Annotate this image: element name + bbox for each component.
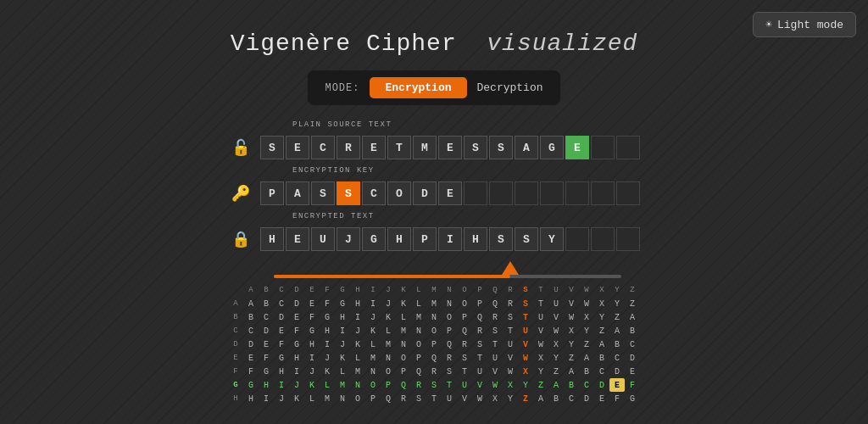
char-cell: U (311, 227, 335, 251)
table-data-cell: Z (564, 351, 579, 365)
table-data-cell: M (381, 338, 396, 351)
table-data-cell: I (259, 392, 274, 405)
char-cell: P (413, 227, 437, 251)
table-data-cell: Y (609, 297, 625, 310)
char-cell: E (438, 136, 462, 159)
encryption-mode-button[interactable]: Encryption (370, 77, 466, 98)
row-label-cell: E (228, 351, 243, 365)
table-data-cell: M (426, 297, 442, 310)
table-data-cell: T (472, 351, 487, 365)
table-data-cell: I (274, 378, 289, 392)
table-data-cell: J (289, 378, 304, 392)
table-data-cell: G (243, 378, 259, 392)
char-cell (591, 227, 615, 251)
table-data-cell: N (442, 297, 457, 310)
table-data-cell: N (426, 310, 442, 324)
table-data-cell: Q (381, 392, 396, 405)
table-data-cell: U (548, 297, 564, 310)
table-data-cell: M (335, 378, 350, 392)
table-header-cell: Q (487, 283, 503, 297)
table-data-cell: P (365, 392, 381, 405)
char-cell: S (489, 227, 513, 251)
table-data-cell: V (487, 365, 503, 378)
table-data-cell: P (411, 351, 426, 365)
plain-source-label: PLAIN SOURCE TEXT (292, 120, 615, 129)
table-data-cell: H (335, 310, 350, 324)
table-data-cell: E (304, 297, 320, 310)
table-data-cell: T (457, 365, 472, 378)
table-data-cell: S (518, 297, 533, 310)
table-data-cell: T (442, 378, 457, 392)
char-cell: G (362, 227, 386, 251)
table-data-cell: D (594, 378, 609, 392)
table-data-cell: F (259, 351, 274, 365)
table-data-cell: Y (503, 392, 518, 405)
table-data-cell: Q (457, 324, 472, 338)
light-mode-button[interactable]: ☀️ Light mode (753, 12, 856, 37)
table-data-cell: O (426, 324, 442, 338)
table-row: DDEFGHIJKLMNOPQRSTUVWXYZABC (228, 338, 640, 351)
table-data-cell: W (533, 338, 548, 351)
char-cell (616, 136, 640, 159)
table-data-cell: W (503, 365, 518, 378)
table-data-cell: M (365, 351, 381, 365)
table-data-cell: X (564, 324, 579, 338)
table-data-cell: C (625, 338, 640, 351)
char-cell: P (260, 181, 284, 205)
table-data-cell: P (457, 310, 472, 324)
table-data-cell: L (335, 365, 350, 378)
table-data-cell: H (243, 392, 259, 405)
table-data-cell: R (442, 351, 457, 365)
table-data-cell: D (243, 338, 259, 351)
table-data-cell: X (548, 338, 564, 351)
table-data-cell: I (320, 338, 335, 351)
table-header-cell: U (548, 283, 564, 297)
table-data-cell: W (518, 351, 533, 365)
table-data-cell: T (533, 297, 548, 310)
char-cell: A (515, 136, 538, 159)
decryption-mode-button[interactable]: Decryption (477, 81, 543, 94)
table-data-cell: J (304, 365, 320, 378)
table-header-cell: K (396, 283, 411, 297)
table-header-cell: G (335, 283, 350, 297)
table-row: HHIJKLMNOPQRSTUVWXYZABCDEFG (228, 392, 640, 405)
table-header-cell: B (259, 283, 274, 297)
table-data-cell: S (457, 351, 472, 365)
table-data-cell: B (548, 392, 564, 405)
table-header-cell: O (457, 283, 472, 297)
char-cell: S (337, 181, 360, 205)
table-data-cell: G (335, 297, 350, 310)
table-data-cell: B (243, 310, 259, 324)
table-data-cell: D (289, 297, 304, 310)
table-data-cell: U (518, 324, 533, 338)
char-cell: J (337, 227, 360, 251)
table-data-cell: P (396, 365, 411, 378)
table-data-cell: W (487, 378, 503, 392)
light-mode-label: Light mode (777, 19, 843, 31)
title-area: Vigenère Cipher visualized (0, 0, 868, 57)
table-data-cell: J (350, 324, 365, 338)
table-data-cell: R (503, 297, 518, 310)
table-data-cell: K (365, 324, 381, 338)
char-cell: E (362, 136, 386, 159)
table-header-cell: Y (609, 283, 625, 297)
char-cell: E (286, 227, 309, 251)
table-data-cell: G (625, 392, 640, 405)
table-data-cell: J (335, 338, 350, 351)
char-cell: C (311, 136, 335, 159)
table-data-cell: X (594, 297, 609, 310)
table-data-cell: L (304, 392, 320, 405)
table-data-cell: A (243, 297, 259, 310)
table-data-cell: T (518, 310, 533, 324)
slider-track[interactable] (274, 275, 621, 278)
char-cell: D (413, 181, 437, 205)
table-header-cell: R (503, 283, 518, 297)
table-header-cell: M (426, 283, 442, 297)
table-data-cell: Q (487, 297, 503, 310)
table-data-cell: E (259, 338, 274, 351)
table-data-cell: M (320, 392, 335, 405)
table-data-cell: J (381, 297, 396, 310)
char-cell: E (286, 136, 309, 159)
table-data-cell: A (548, 378, 564, 392)
table-header-cell: Z (625, 283, 640, 297)
